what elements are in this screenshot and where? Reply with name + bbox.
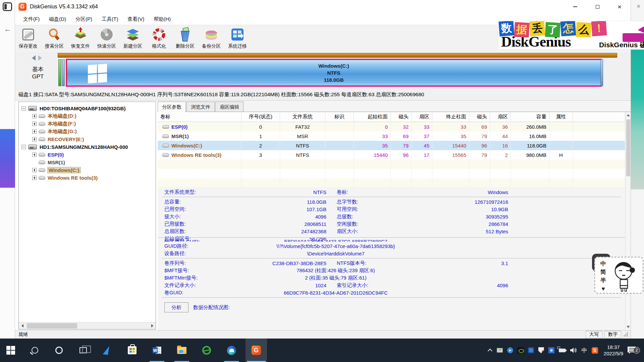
sogou-ime-widget[interactable]: 中 简 半 ♥ xyxy=(594,257,643,294)
analyze-button[interactable]: 分析 xyxy=(164,302,189,312)
banner-ad[interactable]: DiskGenius 数 据 丢 了 怎 么 ！ DiskGenius 致电: … xyxy=(257,23,497,52)
ime-halfwidth-indicator[interactable]: 半 xyxy=(600,277,606,285)
resize-grip[interactable] xyxy=(623,332,628,337)
tree-item-hd1[interactable]: HD1:SAMSUNGMZNLN128HAHQ-000 xyxy=(21,143,128,150)
task-view-button[interactable] xyxy=(72,339,94,362)
tree-item-windows-re[interactable]: Windows RE tools(3) xyxy=(32,174,98,181)
tray-intel-graphics-icon[interactable] xyxy=(528,347,534,353)
col-start-sector[interactable]: 扇区 xyxy=(412,112,432,122)
col-attributes[interactable]: 属性 xyxy=(549,112,573,122)
expand-icon[interactable] xyxy=(32,122,37,126)
next-disk-arrow-icon[interactable] xyxy=(38,55,42,61)
taskbar-app-diskgenius-active[interactable]: G xyxy=(246,339,267,362)
col-tag[interactable]: 标识 xyxy=(325,112,354,122)
delete-partition-button[interactable]: 删除分区 xyxy=(172,25,198,51)
menu-file[interactable]: 文件(F) xyxy=(18,14,44,24)
menu-disk[interactable]: 磁盘(D) xyxy=(44,14,71,24)
tray-battery-plug-icon[interactable] xyxy=(559,349,566,352)
table-row-esp[interactable]: ESP(0) 0 FAT32 0 32 33 33 69 36 260.0MB xyxy=(158,122,625,131)
taskbar-app-store[interactable] xyxy=(121,339,143,362)
back-arrow-icon[interactable]: ← xyxy=(4,25,11,34)
tray-messenger-icon[interactable]: ➤ xyxy=(507,347,513,353)
col-start-cylinder[interactable]: 起始柱面 xyxy=(354,112,391,122)
tree-item-recovery-e[interactable]: RECOVERY(E:) xyxy=(32,135,84,143)
menu-partition[interactable]: 分区(P) xyxy=(71,14,97,24)
backup-partition-button[interactable]: 备份分区 xyxy=(198,25,224,51)
ime-lang-indicator[interactable]: 中 xyxy=(600,260,606,268)
ime-simplified-indicator[interactable]: 简 xyxy=(600,268,606,276)
tray-update-icon[interactable] xyxy=(497,348,503,353)
partition-block-msr[interactable] xyxy=(62,59,65,86)
taskbar-app-flash[interactable] xyxy=(97,339,118,362)
recover-files-button[interactable]: 恢复文件 xyxy=(67,25,94,51)
col-start-head[interactable]: 磁头 xyxy=(391,112,412,122)
expand-icon[interactable] xyxy=(32,153,37,157)
background-close-icon[interactable]: ✕ xyxy=(636,3,641,9)
menu-help[interactable]: 帮助(H) xyxy=(149,14,175,24)
vertical-scrollbar[interactable] xyxy=(625,112,631,330)
table-row-windows-re[interactable]: Windows RE tools(3) 3 NTFS 15440 96 17 1… xyxy=(158,150,625,160)
tray-security-shield-icon[interactable]: ✕ xyxy=(538,347,544,353)
tree-horizontal-scrollbar[interactable] xyxy=(19,322,156,329)
scroll-down-arrow-icon[interactable] xyxy=(627,326,630,328)
tray-volume-icon[interactable] xyxy=(570,347,577,354)
cortana-button[interactable] xyxy=(48,339,70,362)
col-end-sector[interactable]: 扇区 xyxy=(490,112,511,122)
expand-icon[interactable] xyxy=(32,176,37,180)
menu-view[interactable]: 查看(V) xyxy=(123,14,149,24)
scroll-up-arrow-icon[interactable] xyxy=(627,114,630,116)
expand-icon[interactable] xyxy=(32,137,37,141)
tray-nvidia-icon[interactable] xyxy=(518,347,524,353)
table-row-windows-c-selected[interactable]: Windows(C:) 2 NTFS 35 79 45 15440 96 16 … xyxy=(158,141,625,150)
collapse-icon[interactable] xyxy=(21,106,26,111)
col-volume-label[interactable]: 卷标 xyxy=(158,112,241,122)
scrollbar-thumb[interactable] xyxy=(27,323,77,328)
partition-block-windows-c[interactable]: Windows(C:) NTFS 118.0GB xyxy=(66,59,602,87)
save-changes-button[interactable]: 保存更改 xyxy=(15,25,41,51)
tray-ime-indicator[interactable]: 中 xyxy=(582,347,587,354)
tree-item-esp[interactable]: ESP(0) xyxy=(32,151,64,158)
tree-item-local-d[interactable]: 本地磁盘(D:) xyxy=(32,112,76,120)
col-end-head[interactable]: 磁头 xyxy=(469,112,490,122)
tab-partition-params[interactable]: 分区参数 xyxy=(158,102,186,112)
disk-capacity-bar[interactable] xyxy=(58,53,617,58)
tray-expand-chevron-icon[interactable] xyxy=(487,349,492,353)
scroll-left-arrow-icon[interactable] xyxy=(19,322,26,329)
tab-sector-edit[interactable]: 扇区编辑 xyxy=(215,102,244,112)
tree-item-local-f[interactable]: 本地磁盘(F:) xyxy=(32,120,76,127)
menu-tools[interactable]: 工具(T) xyxy=(97,14,123,24)
taskbar-app-word[interactable]: W xyxy=(146,339,168,362)
col-capacity[interactable]: 容量 xyxy=(511,112,549,122)
tray-snowflake-icon[interactable]: ❄ xyxy=(548,347,554,353)
new-partition-button[interactable]: 新建分区 xyxy=(120,25,146,51)
start-button[interactable] xyxy=(0,339,21,362)
tree-item-local-g[interactable]: 本地磁盘(G:) xyxy=(32,128,77,135)
col-end-cylinder[interactable]: 终止柱面 xyxy=(432,112,469,122)
scroll-right-arrow-icon[interactable] xyxy=(149,322,156,329)
col-filesystem[interactable]: 文件系统 xyxy=(280,112,325,122)
tray-sogou-icon[interactable]: S xyxy=(592,347,598,354)
scrollbar-thumb[interactable] xyxy=(626,119,630,176)
taskbar-app-explorer[interactable] xyxy=(171,339,193,362)
format-button[interactable]: 格式化 xyxy=(146,25,172,51)
maximize-button[interactable] xyxy=(586,0,608,13)
search-partition-button[interactable]: 搜索分区 xyxy=(41,25,67,51)
ime-heart-icon[interactable]: ♥ xyxy=(601,285,605,293)
system-migrate-button[interactable]: 系统迁移 xyxy=(224,25,251,51)
taskbar-search-button[interactable] xyxy=(24,339,46,362)
col-index-status[interactable]: 序号(状态) xyxy=(241,112,280,122)
close-button[interactable]: ✕ xyxy=(608,0,631,13)
expand-icon[interactable] xyxy=(32,114,37,118)
tree-item-windows-c[interactable]: Windows(C:) xyxy=(32,166,80,174)
quick-partition-button[interactable]: 快速分区 xyxy=(94,25,120,51)
tree-item-hd0[interactable]: HD0:TOSHIBAMQ04ABF100(932GB) xyxy=(21,105,125,112)
collapse-icon[interactable] xyxy=(21,145,26,149)
expand-icon[interactable] xyxy=(32,129,37,134)
taskbar-clock[interactable]: 18:37 2022/5/9 xyxy=(604,344,623,357)
prev-disk-arrow-icon[interactable] xyxy=(32,55,36,61)
taskbar-app-browser[interactable] xyxy=(196,339,217,362)
partition-block-re-tools[interactable] xyxy=(600,59,603,86)
table-row-msr[interactable]: MSR(1) 1 MSR 33 69 37 35 79 44 16.0MB xyxy=(158,131,625,141)
tree-item-msr[interactable]: MSR(1) xyxy=(32,159,65,166)
taskbar-app-edge[interactable] xyxy=(221,339,242,362)
